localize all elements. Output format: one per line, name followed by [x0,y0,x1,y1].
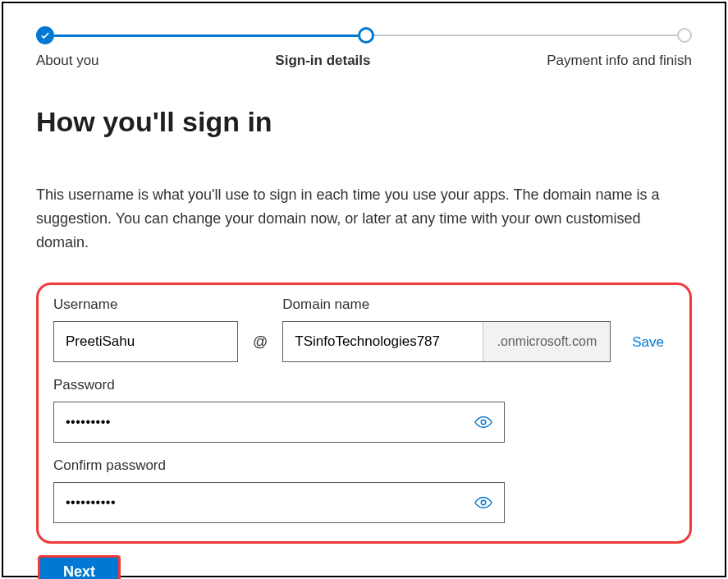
confirm-password-input[interactable] [54,495,463,510]
password-label: Password [53,377,675,393]
step-label-2: Sign-in details [275,53,370,69]
domain-suffix: .onmicrosoft.com [483,322,610,361]
username-label: Username [53,296,238,313]
password-field-group: Password [53,377,675,443]
password-input[interactable] [54,415,463,430]
stepper-line-1 [54,34,358,37]
domain-field-group: Domain name .onmicrosoft.com [282,296,611,362]
step-label-3: Payment info and finish [547,53,692,69]
next-button[interactable]: Next [38,555,121,579]
save-link[interactable]: Save [632,334,664,362]
step-about-you-icon [36,26,54,44]
at-symbol: @ [253,333,268,362]
page-frame: About you Sign-in details Payment info a… [2,2,726,577]
step-label-1: About you [36,53,99,69]
show-password-icon[interactable] [463,413,504,431]
username-input[interactable] [53,321,238,362]
svg-point-1 [481,501,486,506]
domain-label: Domain name [282,296,611,313]
confirm-password-field-group: Confirm password [53,457,675,523]
svg-point-0 [481,420,486,425]
page-heading: How you'll sign in [36,106,692,138]
step-signin-details-icon [358,27,374,44]
confirm-password-label: Confirm password [53,457,675,474]
form-highlight: Username @ Domain name .onmicrosoft.com … [36,283,692,544]
username-field-group: Username [53,296,238,362]
stepper-labels: About you Sign-in details Payment info a… [36,53,692,69]
stepper-line-2 [374,34,678,36]
step-payment-icon [677,28,692,43]
show-confirm-password-icon[interactable] [463,494,504,512]
domain-input[interactable] [283,322,483,361]
page-description: This username is what you'll use to sign… [36,183,692,254]
stepper [36,26,692,44]
